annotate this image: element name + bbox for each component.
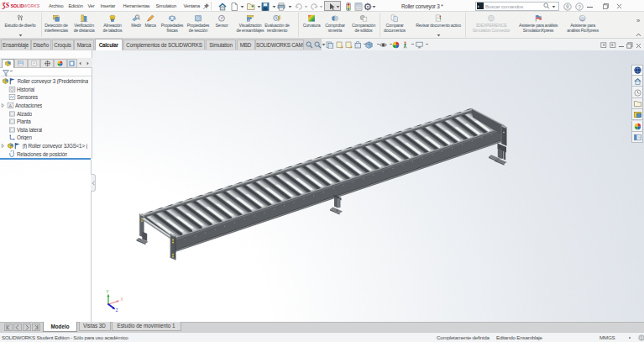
- svg-text:X: X: [121, 297, 123, 302]
- svg-text:A: A: [8, 103, 12, 108]
- svg-text:Y: Y: [107, 290, 109, 294]
- svg-text:Z: Z: [116, 308, 118, 313]
